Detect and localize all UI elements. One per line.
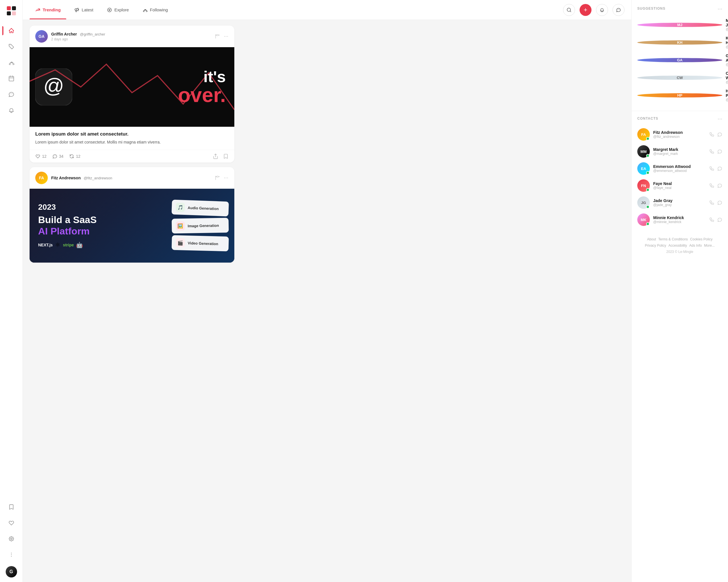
sidebar-item-bookmarks[interactable] bbox=[4, 500, 18, 514]
message-button[interactable] bbox=[717, 166, 722, 171]
post-more-icon[interactable] bbox=[224, 175, 229, 181]
messages-button[interactable] bbox=[613, 4, 624, 16]
call-button[interactable] bbox=[709, 200, 714, 205]
contact-avatar-wrap: EA bbox=[637, 162, 650, 175]
message-button[interactable] bbox=[717, 183, 722, 188]
sidebar-item-tags[interactable] bbox=[4, 40, 18, 53]
suggestion-avatar[interactable]: GA bbox=[637, 58, 722, 62]
suggestion-avatar[interactable]: HP bbox=[637, 93, 722, 98]
footer-link-terms[interactable]: Terms & Conditions bbox=[658, 237, 688, 241]
post-likes[interactable]: 12 bbox=[35, 154, 47, 159]
call-button[interactable] bbox=[709, 132, 714, 137]
contact-name: Fitz Andrewson bbox=[653, 130, 706, 135]
contacts-more-button[interactable]: ··· bbox=[718, 116, 722, 121]
sidebar-item-people[interactable] bbox=[4, 56, 18, 70]
saas-title-line2: AI Platform bbox=[38, 226, 158, 237]
notification-bell-icon bbox=[599, 7, 604, 12]
saas-title-line1: Build a SaaS bbox=[38, 214, 158, 226]
contact-avatar-wrap: FN bbox=[637, 179, 650, 192]
flag-icon[interactable] bbox=[215, 34, 220, 39]
nav-item-trending[interactable]: Trending bbox=[30, 5, 66, 15]
post-title: Lorem ipsum dolor sit amet consectetur. bbox=[35, 131, 229, 137]
sidebar-item-settings[interactable] bbox=[4, 532, 18, 546]
svg-point-7 bbox=[11, 554, 12, 555]
message-button[interactable] bbox=[717, 200, 722, 205]
suggestion-item: MJ Mary Jane @mary_jane bbox=[637, 16, 722, 33]
suggestion-avatar[interactable]: MJ bbox=[637, 23, 722, 27]
nav-item-explore[interactable]: Explore bbox=[101, 5, 134, 15]
saas-left-content: 2023 Build a SaaS AI Platform NEXT.js ⚛ … bbox=[30, 194, 166, 257]
contact-avatar-wrap: JG bbox=[637, 196, 650, 209]
sidebar-item-likes[interactable] bbox=[4, 516, 18, 530]
post-more-icon[interactable] bbox=[224, 34, 229, 39]
suggestion-handle: @christa_wootton bbox=[726, 80, 728, 84]
more-options-button[interactable] bbox=[4, 548, 18, 561]
post-comments[interactable]: 34 bbox=[52, 154, 64, 159]
like-icon bbox=[35, 154, 41, 159]
nav-item-latest[interactable]: Latest bbox=[69, 5, 99, 15]
contact-avatar-wrap: FA bbox=[637, 128, 650, 141]
contact-info: Faye Neal @faye_neal bbox=[653, 181, 706, 190]
contact-info: Fitz Andrewson @fitz_andrewson bbox=[653, 130, 706, 139]
call-button[interactable] bbox=[709, 166, 714, 171]
footer-link-about[interactable]: About bbox=[647, 237, 656, 241]
create-post-button[interactable]: + bbox=[579, 4, 592, 16]
footer-link-privacy[interactable]: Privacy Policy bbox=[645, 244, 666, 248]
flag-icon[interactable] bbox=[215, 175, 220, 181]
nav-label-explore: Explore bbox=[114, 7, 129, 12]
footer-link-ads[interactable]: Ads Info bbox=[689, 244, 702, 248]
message-button[interactable] bbox=[717, 149, 722, 154]
suggestion-item: HP Hall Plank @hall_plank bbox=[637, 86, 722, 104]
post-author-avatar[interactable]: GA bbox=[35, 30, 48, 43]
right-sidebar: SUGGESTIONS ··· MJ Mary Jane @mary_jane … bbox=[631, 0, 728, 582]
chat-icon bbox=[8, 91, 15, 98]
suggestion-info: Griffin Archer @griffin_archer bbox=[726, 53, 728, 66]
left-sidebar: G bbox=[0, 0, 23, 582]
bell-icon bbox=[8, 107, 15, 113]
footer-link-accessibility[interactable]: Accessibility bbox=[668, 244, 687, 248]
sidebar-item-notifications[interactable] bbox=[4, 104, 18, 117]
contact-item: MM Margret Mark @margret_mark bbox=[637, 143, 722, 160]
sidebar-item-calendar[interactable] bbox=[4, 72, 18, 85]
current-user-avatar[interactable]: G bbox=[6, 566, 17, 578]
footer-link-more[interactable]: More... bbox=[704, 244, 714, 248]
trending-icon bbox=[35, 7, 41, 12]
suggestion-avatar[interactable]: CW bbox=[637, 76, 722, 80]
search-button[interactable] bbox=[563, 4, 575, 16]
post-reposts[interactable]: 12 bbox=[69, 154, 80, 159]
feature-audio: 🎵 Audio Generation bbox=[172, 200, 229, 217]
openai-icon: 🤖 bbox=[76, 242, 83, 248]
call-button[interactable] bbox=[709, 183, 714, 188]
latest-icon bbox=[74, 7, 79, 12]
suggestion-info: Hall Plank @hall_plank bbox=[726, 89, 728, 102]
call-button[interactable] bbox=[709, 149, 714, 154]
save-icon[interactable] bbox=[223, 154, 229, 159]
suggestion-handle: @mary_jane bbox=[726, 27, 728, 31]
share-icon[interactable] bbox=[213, 154, 218, 159]
suggestion-avatar[interactable]: KH bbox=[637, 40, 722, 45]
explore-icon bbox=[107, 7, 112, 12]
suggestions-more-button[interactable]: ··· bbox=[718, 6, 722, 11]
message-button[interactable] bbox=[717, 217, 722, 222]
sidebar-item-chat[interactable] bbox=[4, 87, 18, 101]
suggestion-name: Hall Plank bbox=[726, 89, 728, 98]
message-button[interactable] bbox=[717, 132, 722, 137]
contact-actions bbox=[709, 149, 722, 154]
online-indicator bbox=[646, 188, 650, 192]
contact-handle: @emmerson_attwood bbox=[653, 169, 706, 173]
reposts-count: 12 bbox=[76, 154, 80, 159]
post-image-text: it's over. bbox=[178, 69, 226, 105]
post-text: Lorem ipsum dolor sit amet consectetur. … bbox=[35, 139, 229, 145]
logo[interactable] bbox=[5, 4, 18, 17]
sidebar-item-home[interactable] bbox=[4, 24, 18, 37]
feature-image-label: Image Generation bbox=[188, 223, 219, 228]
nav-item-following[interactable]: Following bbox=[137, 5, 174, 15]
online-indicator bbox=[646, 205, 650, 209]
contact-item: FA Fitz Andrewson @fitz_andrewson bbox=[637, 126, 722, 143]
call-button[interactable] bbox=[709, 217, 714, 222]
notifications-button[interactable] bbox=[596, 4, 608, 16]
footer-link-cookies[interactable]: Cookies Policy bbox=[690, 237, 713, 241]
post-author-avatar[interactable]: FA bbox=[35, 172, 48, 184]
svg-point-12 bbox=[226, 36, 226, 37]
post-footer-right-actions bbox=[213, 154, 229, 159]
